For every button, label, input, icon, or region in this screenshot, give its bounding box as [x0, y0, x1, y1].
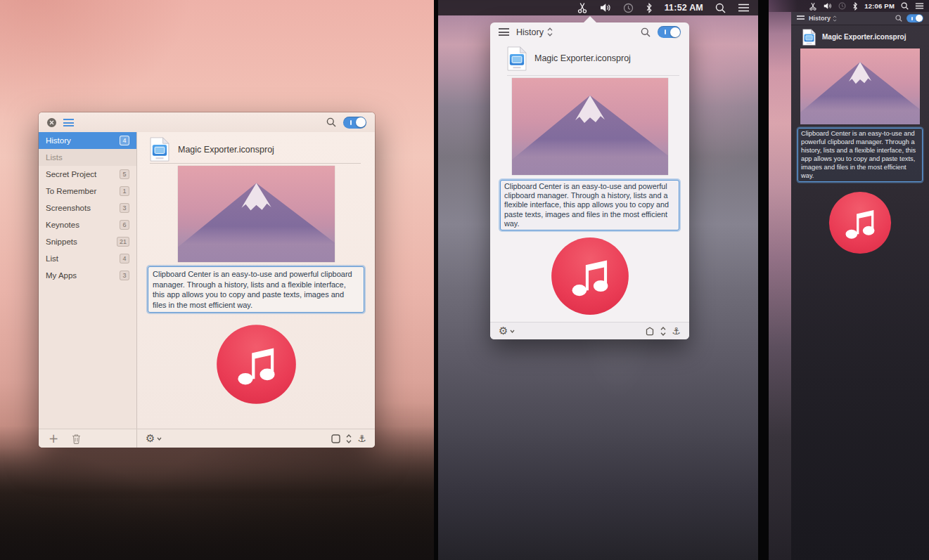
sidebar-item[interactable]: List 4 — [39, 250, 136, 267]
clip-text-selected[interactable]: Clipboard Center is an easy-to-use and p… — [797, 128, 923, 182]
clip-file-row[interactable]: Magic Exporter.iconsproj — [791, 25, 929, 47]
list-selector[interactable]: History — [516, 27, 553, 37]
notification-center-icon[interactable] — [738, 4, 750, 12]
itunes-icon-clip[interactable] — [216, 324, 297, 405]
search-icon[interactable] — [895, 15, 902, 22]
volume-icon[interactable] — [600, 3, 611, 13]
popover-header: History — [791, 12, 929, 25]
clipboard-center-window: History 4 Lists Secret Project 5 — [39, 112, 375, 448]
scissors-menubar-icon[interactable] — [577, 2, 588, 13]
spotlight-search-icon[interactable] — [901, 2, 909, 10]
time-machine-icon[interactable] — [838, 2, 846, 10]
power-toggle[interactable] — [906, 14, 923, 22]
desktop-right-wallpaper: History Magic Exporter.iconsproj — [769, 0, 929, 560]
iconsproj-file-icon — [150, 137, 169, 162]
search-icon[interactable] — [641, 27, 651, 37]
mountain-image-clip[interactable] — [512, 78, 668, 175]
sidebar-item-label: My Apps — [46, 271, 77, 280]
section-divider — [758, 0, 769, 560]
sidebar: History 4 Lists Secret Project 5 — [39, 132, 137, 429]
popover-arrow — [584, 16, 596, 22]
sidebar-item-label: Keynotes — [46, 221, 79, 229]
spotlight-search-icon[interactable] — [715, 3, 726, 13]
divider — [507, 75, 679, 76]
sidebar-item-label: Lists — [46, 153, 63, 162]
paste-format-icon[interactable] — [331, 434, 340, 443]
bluetooth-icon[interactable] — [646, 3, 653, 13]
paste-format-icon[interactable] — [645, 327, 655, 336]
sidebar-item[interactable]: Lists — [39, 149, 136, 166]
power-toggle[interactable] — [658, 26, 681, 38]
mountain-image-clip[interactable] — [178, 166, 335, 262]
menubar-clock[interactable]: 12:06 PM — [864, 2, 895, 10]
clipboard-popover: History Magic Exporter.iconsproj — [490, 22, 689, 339]
menubar-clock[interactable]: 11:52 AM — [665, 3, 703, 13]
clip-text-selected[interactable]: Clipboard Center is an easy-to-use and p… — [500, 180, 679, 230]
clip-file-row[interactable]: Magic Exporter.iconsproj — [490, 41, 689, 74]
stepper-chevrons-icon[interactable] — [346, 434, 352, 443]
bluetooth-icon[interactable] — [852, 2, 858, 11]
clip-detail-pane: Magic Exporter.iconsproj — [137, 132, 375, 429]
sidebar-item-label: List — [46, 254, 58, 263]
time-machine-icon[interactable] — [623, 3, 634, 13]
menu-icon[interactable] — [797, 15, 805, 21]
updown-chevrons-icon — [547, 27, 553, 37]
notification-center-icon[interactable] — [915, 3, 924, 9]
footer-right-controls: ⚓ — [331, 434, 366, 443]
window-body: History 4 Lists Secret Project 5 — [39, 132, 375, 429]
toggle-knob — [356, 117, 366, 127]
sidebar-footer: + — [39, 429, 137, 448]
gear-icon: ⚙ — [499, 326, 508, 337]
sidebar-item[interactable]: My Apps 3 — [39, 267, 136, 284]
updown-chevrons-icon — [833, 15, 837, 22]
sidebar-item-label: History — [46, 136, 71, 145]
sidebar-item[interactable]: Snippets 21 — [39, 233, 136, 250]
desktop-middle-wallpaper: 11:52 AM History — [438, 0, 758, 560]
menu-icon[interactable] — [499, 28, 509, 36]
list-selector[interactable]: History — [809, 15, 837, 22]
toggle-knob — [916, 15, 923, 22]
menu-bar: 12:06 PM — [769, 0, 929, 12]
itunes-icon-clip[interactable] — [551, 237, 629, 315]
screenshot-root: History 4 Lists Secret Project 5 — [0, 0, 929, 560]
add-list-button[interactable]: + — [49, 433, 58, 445]
close-button[interactable] — [47, 118, 56, 127]
clip-file-row[interactable]: Magic Exporter.iconsproj — [137, 132, 375, 163]
sidebar-item[interactable]: Secret Project 5 — [39, 166, 136, 183]
anchor-pin-icon[interactable]: ⚓ — [672, 326, 681, 336]
sidebar-item[interactable]: Keynotes 6 — [39, 216, 136, 233]
menu-icon[interactable] — [63, 119, 74, 126]
clip-text-selected[interactable]: Clipboard Center is an easy-to-use and p… — [148, 266, 364, 313]
popover-header: History — [490, 22, 689, 41]
sidebar-item-label: Screenshots — [46, 204, 91, 212]
content-footer: ⚙ ⚓ — [137, 429, 375, 448]
chevron-down-icon — [157, 437, 162, 441]
scissors-menubar-icon[interactable] — [809, 2, 817, 11]
clip-file-name: Magic Exporter.iconsproj — [178, 145, 274, 155]
toggle-on-mark — [350, 120, 352, 125]
actions-menu-button[interactable]: ⚙ — [499, 326, 515, 337]
sidebar-item[interactable]: To Remember 1 — [39, 183, 136, 200]
toggle-on-mark — [911, 17, 913, 20]
list-selector-label: History — [516, 27, 544, 37]
window-footer: + ⚙ ⚓ — [39, 429, 375, 448]
search-icon[interactable] — [326, 117, 336, 127]
volume-icon[interactable] — [824, 2, 832, 10]
close-icon — [49, 120, 54, 125]
count-badge: 3 — [120, 203, 129, 213]
stepper-chevrons-icon[interactable] — [660, 327, 666, 336]
sidebar-item[interactable]: Screenshots 3 — [39, 200, 136, 216]
actions-menu-button[interactable]: ⚙ — [146, 434, 162, 444]
count-badge: 4 — [120, 136, 129, 145]
trash-icon[interactable] — [72, 434, 81, 444]
window-titlebar — [39, 112, 375, 132]
list-selector-label: History — [809, 15, 831, 22]
power-toggle[interactable] — [343, 117, 366, 129]
anchor-pin-icon[interactable]: ⚓ — [357, 434, 366, 443]
itunes-icon-clip[interactable] — [828, 191, 892, 254]
mountain-image-clip[interactable] — [800, 48, 920, 124]
menu-bar: 11:52 AM — [438, 0, 758, 15]
sidebar-item[interactable]: History 4 — [39, 132, 136, 149]
clip-file-name: Magic Exporter.iconsproj — [534, 53, 631, 63]
count-badge: 4 — [120, 254, 129, 263]
